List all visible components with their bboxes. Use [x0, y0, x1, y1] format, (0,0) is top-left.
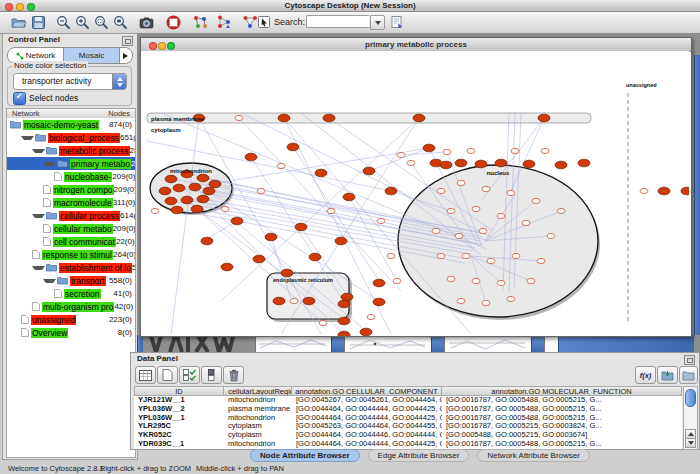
table-column-header[interactable]: annotation.GO MOLECULAR_FUNCTION [442, 386, 682, 396]
tree-row[interactable]: establishment of lo558(0) [7, 261, 135, 274]
network-node-small[interactable] [235, 115, 243, 120]
network-node[interactable] [159, 187, 171, 195]
table-column-header[interactable]: ID [134, 386, 224, 396]
table-row[interactable]: YPL036W__1mitochondrion[GO:0044464, GO:0… [134, 414, 682, 423]
network-node-small[interactable] [507, 190, 515, 195]
network-node[interactable] [440, 161, 452, 169]
network-node-small[interactable] [487, 258, 495, 263]
network-node-small[interactable] [467, 148, 475, 153]
tree-row[interactable]: response to stimul264(0) [7, 248, 135, 261]
attribute-table-header[interactable]: ID_cellularLayoutRegionannotation.GO CEL… [134, 386, 682, 396]
network-node[interactable] [273, 297, 285, 305]
network-node-small[interactable] [447, 276, 455, 281]
network-node[interactable] [495, 159, 507, 167]
network-node-small[interactable] [457, 180, 465, 185]
network-node-small[interactable] [397, 152, 405, 157]
table-row[interactable]: YJR121W__1mitochondrion[GO:0045267, GO:0… [134, 396, 682, 405]
network-node-small[interactable] [497, 280, 505, 285]
network-node[interactable] [455, 159, 467, 167]
tab-network-attribute-browser[interactable]: Network Attribute Browser [477, 449, 589, 462]
network-canvas[interactable]: plasma membranecytoplasmmitochondrionnuc… [141, 51, 689, 336]
background-window[interactable] [558, 335, 694, 352]
network-node-small[interactable] [367, 314, 375, 319]
expand-triangle-icon[interactable] [32, 214, 45, 218]
tab-overflow-arrow-icon[interactable] [119, 48, 132, 63]
expand-triangle-icon[interactable] [43, 162, 56, 166]
network-node-small[interactable] [443, 149, 451, 154]
zoom-selected-icon[interactable] [93, 14, 110, 31]
search-dropdown-arrow-icon[interactable] [370, 15, 385, 30]
network-node[interactable] [203, 187, 215, 195]
network-node[interactable] [173, 184, 185, 192]
tree-row[interactable]: unassigned223(0) [7, 313, 135, 326]
network-node[interactable] [253, 255, 265, 263]
network-node-small[interactable] [541, 148, 549, 153]
zoom-fit-icon[interactable] [112, 14, 129, 31]
network-node[interactable] [181, 196, 193, 204]
background-window[interactable] [137, 335, 143, 352]
network-node[interactable] [201, 237, 213, 245]
annotation-icon[interactable] [257, 15, 271, 29]
network-edge[interactable] [205, 148, 429, 185]
delete-attribute-icon[interactable] [223, 366, 244, 384]
background-window[interactable] [255, 335, 331, 352]
close-window-icon[interactable] [5, 3, 13, 11]
network-node[interactable] [221, 263, 233, 271]
tab-edge-attribute-browser[interactable]: Edge Attribute Browser [368, 449, 470, 462]
network-node-small[interactable] [527, 278, 535, 283]
search-input[interactable] [306, 15, 369, 28]
network-node[interactable] [278, 114, 290, 122]
network-node-small[interactable] [455, 233, 463, 238]
network-node[interactable] [343, 193, 355, 201]
network-node-small[interactable] [437, 253, 445, 258]
network-node-small[interactable] [393, 278, 401, 283]
network-node[interactable] [287, 143, 299, 151]
tree-row[interactable]: cellular metabo209(0) [7, 222, 135, 235]
network-node[interactable] [281, 269, 293, 277]
network-node[interactable] [197, 174, 209, 182]
network-node-small[interactable] [507, 296, 515, 301]
network-node[interactable] [303, 297, 315, 305]
expand-triangle-icon[interactable] [21, 136, 34, 140]
table-row[interactable]: YKR052Ccytoplasm[GO:0044464, GO:0044446,… [134, 431, 682, 440]
tree-row[interactable]: secretion41(0) [7, 287, 135, 300]
network-node-small[interactable] [377, 218, 385, 223]
network-node-small[interactable] [327, 208, 335, 213]
network-node[interactable] [658, 187, 670, 195]
network-edge[interactable] [401, 152, 447, 155]
network-edge[interactable] [349, 197, 397, 281]
network-node[interactable] [197, 195, 209, 203]
tree-row[interactable]: Overview8(0) [7, 326, 135, 339]
network-node-small[interactable] [407, 160, 415, 165]
background-window[interactable] [694, 55, 700, 335]
network-node[interactable] [265, 233, 277, 241]
import-attributes-icon[interactable] [657, 366, 678, 384]
network-node[interactable] [373, 298, 385, 306]
tree-row[interactable]: mosaic-demo-yeast874(0) [7, 118, 135, 131]
network-node-small[interactable] [290, 298, 298, 303]
network-node[interactable] [245, 153, 257, 161]
plasma-membrane-region[interactable] [147, 113, 591, 123]
network-node-small[interactable] [387, 253, 395, 258]
snapshot-icon[interactable] [138, 14, 155, 31]
network-node-small[interactable] [482, 186, 490, 191]
network-node[interactable] [363, 167, 375, 175]
table-row[interactable]: YLR295Ccytoplasm[GO:0045263, GO:0044464,… [134, 422, 682, 431]
network-node[interactable] [413, 114, 425, 122]
zoom-in-icon[interactable] [74, 14, 91, 31]
scroll-down-icon[interactable] [685, 438, 696, 448]
network-node-small[interactable] [462, 253, 470, 258]
minimize-window-icon[interactable] [16, 3, 24, 11]
tree-row[interactable]: nucleobase-209(0) [7, 170, 135, 183]
network-node-small[interactable] [447, 208, 455, 213]
network-tree[interactable]: mosaic-demo-yeast874(0)biological_proces… [6, 118, 136, 458]
expand-triangle-icon[interactable] [43, 279, 56, 283]
close-view-icon[interactable] [149, 42, 157, 50]
tab-node-attribute-browser[interactable]: Node Attribute Browser [250, 449, 360, 462]
network-node-small[interactable] [547, 233, 555, 238]
select-attributes-icon[interactable] [179, 366, 200, 384]
network-node[interactable] [309, 253, 321, 261]
new-attribute-icon[interactable] [157, 366, 178, 384]
attribute-table-icon[interactable] [135, 366, 156, 384]
network-node[interactable] [338, 331, 350, 336]
